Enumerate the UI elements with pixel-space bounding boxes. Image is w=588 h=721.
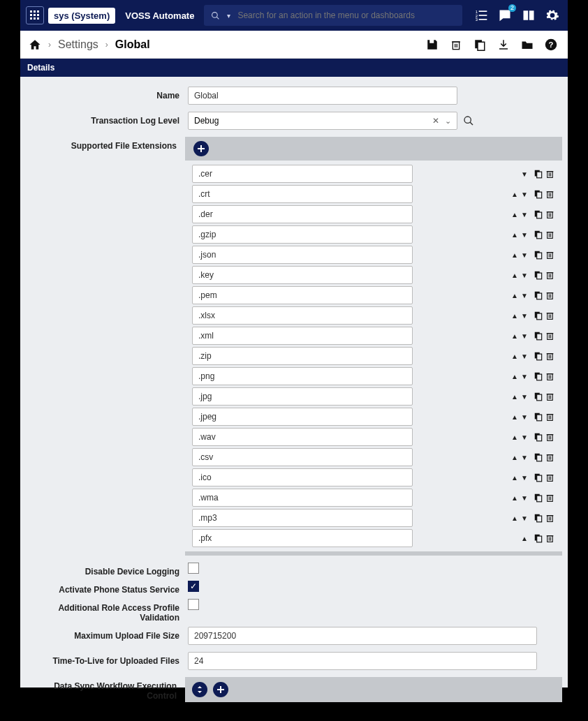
move-down-icon[interactable]: ▼ [520, 433, 529, 441]
move-up-icon[interactable]: ▲ [510, 292, 519, 299]
copy-icon[interactable] [533, 331, 543, 341]
move-down-icon[interactable]: ▼ [520, 191, 529, 198]
move-down-icon[interactable]: ▼ [520, 292, 529, 299]
select-log-level[interactable]: Debug ✕ ⌄ [188, 112, 457, 130]
delete-icon[interactable] [545, 351, 555, 362]
delete-icon[interactable] [545, 331, 555, 341]
delete-icon[interactable] [545, 250, 555, 260]
move-up-icon[interactable]: ▲ [520, 535, 529, 542]
input-max-upload[interactable] [188, 627, 537, 645]
move-up-icon[interactable]: ▲ [510, 312, 519, 320]
copy-icon[interactable] [533, 230, 543, 240]
copy-icon[interactable] [471, 36, 488, 53]
delete-icon[interactable] [545, 189, 555, 200]
extension-input[interactable] [192, 468, 413, 486]
input-ttl[interactable] [188, 652, 537, 670]
move-up-icon[interactable]: ▲ [510, 474, 519, 482]
copy-icon[interactable] [533, 452, 543, 463]
move-up-icon[interactable]: ▲ [510, 251, 519, 259]
extension-input[interactable] [192, 205, 413, 223]
move-up-icon[interactable]: ▲ [510, 514, 519, 522]
extension-input[interactable] [192, 347, 413, 365]
delete-icon[interactable] [545, 270, 555, 281]
app-grid-icon[interactable] [26, 6, 44, 24]
move-up-icon[interactable]: ▲ [510, 393, 519, 401]
extension-input[interactable] [192, 428, 413, 446]
delete-icon[interactable] [448, 36, 464, 53]
gear-icon[interactable] [543, 6, 562, 25]
copy-icon[interactable] [533, 371, 543, 382]
folder-icon[interactable] [519, 36, 536, 53]
copy-icon[interactable] [533, 473, 543, 483]
home-icon[interactable] [29, 38, 41, 51]
help-icon[interactable]: ? [543, 36, 559, 53]
move-down-icon[interactable]: ▼ [520, 514, 529, 522]
copy-icon[interactable] [533, 392, 543, 402]
extension-input[interactable] [192, 165, 413, 183]
move-down-icon[interactable]: ▼ [520, 373, 529, 380]
delete-icon[interactable] [545, 432, 555, 443]
extension-input[interactable] [192, 387, 413, 406]
search-icon[interactable] [463, 115, 474, 126]
copy-icon[interactable] [533, 290, 543, 301]
delete-icon[interactable] [545, 392, 555, 402]
copy-icon[interactable] [533, 209, 543, 220]
chevron-down-icon[interactable]: ⌄ [445, 117, 451, 126]
extension-input[interactable] [192, 509, 413, 527]
copy-icon[interactable] [533, 533, 543, 544]
search-input[interactable] [237, 10, 455, 20]
move-down-icon[interactable]: ▼ [520, 413, 529, 421]
move-up-icon[interactable]: ▲ [510, 454, 519, 461]
extension-input[interactable] [192, 327, 413, 345]
delete-icon[interactable] [545, 230, 555, 240]
extension-input[interactable] [192, 448, 413, 466]
move-down-icon[interactable]: ▼ [520, 332, 529, 340]
copy-icon[interactable] [533, 270, 543, 281]
expand-collapse-button[interactable] [192, 682, 207, 697]
copy-icon[interactable] [533, 412, 543, 422]
copy-icon[interactable] [533, 493, 543, 503]
checkbox-disable-logging[interactable] [188, 563, 199, 574]
tenant-badge[interactable]: sys (System) [48, 8, 115, 24]
move-down-icon[interactable]: ▼ [520, 474, 529, 482]
move-up-icon[interactable]: ▲ [510, 494, 519, 502]
extension-input[interactable] [192, 185, 413, 203]
delete-icon[interactable] [545, 473, 555, 483]
copy-icon[interactable] [533, 250, 543, 260]
delete-icon[interactable] [545, 290, 555, 301]
move-up-icon[interactable]: ▲ [510, 191, 519, 198]
move-up-icon[interactable]: ▲ [510, 231, 519, 239]
delete-icon[interactable] [545, 452, 555, 463]
move-down-icon[interactable]: ▼ [520, 170, 529, 178]
extension-input[interactable] [192, 367, 413, 385]
copy-icon[interactable] [533, 189, 543, 200]
extension-input[interactable] [192, 225, 413, 244]
move-down-icon[interactable]: ▼ [520, 393, 529, 401]
extension-input[interactable] [192, 408, 413, 426]
checkbox-activate-phone[interactable]: ✓ [188, 581, 199, 592]
chevron-down-icon[interactable]: ▾ [227, 12, 230, 20]
input-name[interactable] [188, 87, 457, 105]
move-up-icon[interactable]: ▲ [510, 211, 519, 218]
delete-icon[interactable] [545, 311, 555, 321]
delete-icon[interactable] [545, 493, 555, 503]
move-down-icon[interactable]: ▼ [520, 272, 529, 279]
global-search[interactable]: ▾ [204, 5, 462, 26]
extension-input[interactable] [192, 266, 413, 284]
add-sync-button[interactable] [213, 682, 228, 697]
numbered-list-icon[interactable]: 123 [471, 6, 491, 25]
delete-icon[interactable] [545, 533, 555, 544]
move-down-icon[interactable]: ▼ [520, 494, 529, 502]
delete-icon[interactable] [545, 412, 555, 422]
move-up-icon[interactable]: ▲ [510, 433, 519, 441]
delete-icon[interactable] [545, 371, 555, 382]
copy-icon[interactable] [533, 432, 543, 443]
move-down-icon[interactable]: ▼ [520, 454, 529, 461]
book-icon[interactable] [519, 6, 538, 25]
move-down-icon[interactable]: ▼ [520, 352, 529, 360]
move-up-icon[interactable]: ▲ [510, 352, 519, 360]
move-down-icon[interactable]: ▼ [520, 251, 529, 259]
move-up-icon[interactable]: ▲ [510, 373, 519, 380]
chat-icon[interactable]: 2 [495, 6, 515, 25]
copy-icon[interactable] [533, 169, 543, 179]
